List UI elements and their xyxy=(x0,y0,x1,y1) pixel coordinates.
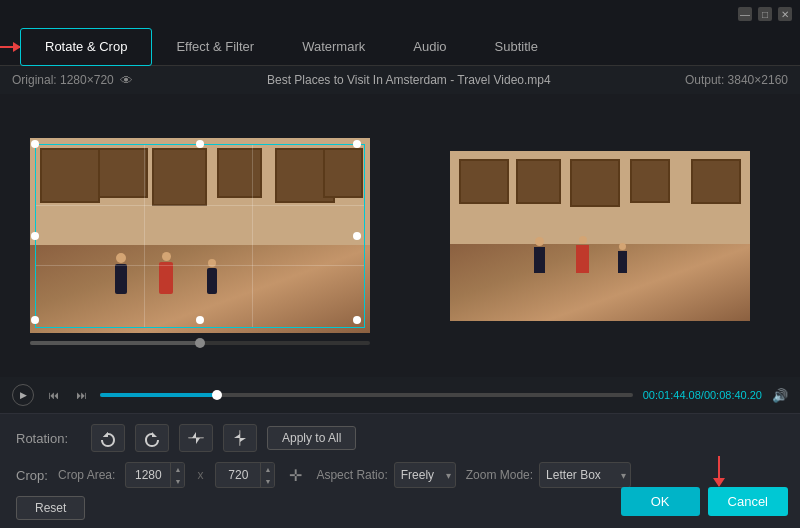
painting-2 xyxy=(98,148,148,198)
rotate-right-icon xyxy=(143,429,161,447)
right-painting-3 xyxy=(570,159,620,207)
crop-area-label: Crop Area: xyxy=(58,468,115,482)
prev-frame-button[interactable]: ⏮ xyxy=(44,386,62,404)
right-painting-1 xyxy=(459,159,509,204)
ok-button[interactable]: OK xyxy=(621,487,700,516)
rotation-label: Rotation: xyxy=(16,431,81,446)
tab-arrow-indicator xyxy=(0,46,20,48)
rotation-row: Rotation: xyxy=(16,424,784,452)
video-slider-fill xyxy=(30,341,200,345)
crop-width-up[interactable]: ▲ xyxy=(171,463,184,475)
right-video-panel xyxy=(400,94,800,377)
person-2 xyxy=(159,252,173,294)
crop-width-arrows: ▲ ▼ xyxy=(170,463,184,487)
aspect-ratio-group: Aspect Ratio: Freely 16:9 4:3 1:1 9:16 xyxy=(316,462,455,488)
play-button[interactable]: ▶ xyxy=(12,384,34,406)
aspect-ratio-label: Aspect Ratio: xyxy=(316,468,387,482)
title-bar: — □ ✕ xyxy=(0,0,800,28)
filename: Best Places to Visit In Amsterdam - Trav… xyxy=(133,73,685,87)
right-painting-4 xyxy=(630,159,670,203)
flip-h-icon xyxy=(187,431,205,445)
left-video-frame xyxy=(30,138,370,333)
move-icon: ✛ xyxy=(289,466,302,485)
crop-height-input-group: ▲ ▼ xyxy=(215,462,275,488)
apply-to-all-button[interactable]: Apply to All xyxy=(267,426,356,450)
right-person-3 xyxy=(618,243,627,273)
left-video-wrapper xyxy=(30,138,370,333)
next-frame-button[interactable]: ⏭ xyxy=(72,386,90,404)
timeline-handle[interactable] xyxy=(212,390,222,400)
painting-1 xyxy=(40,148,100,203)
ok-arrow-indicator xyxy=(718,456,720,486)
right-video-frame xyxy=(450,151,750,321)
main-content: Original: 1280×720 👁 Best Places to Visi… xyxy=(0,66,800,528)
crop-height-down[interactable]: ▼ xyxy=(261,475,274,487)
right-painting-5 xyxy=(691,159,741,204)
video-slider-handle[interactable] xyxy=(195,338,205,348)
tab-rotate-crop[interactable]: Rotate & Crop xyxy=(20,28,152,66)
timeline-bar[interactable] xyxy=(100,393,633,397)
close-button[interactable]: ✕ xyxy=(778,7,792,21)
video-info-row: Original: 1280×720 👁 Best Places to Visi… xyxy=(0,66,800,94)
preview-area xyxy=(0,94,800,377)
painting-3 xyxy=(152,148,207,206)
cancel-button[interactable]: Cancel xyxy=(708,487,788,516)
right-person-2 xyxy=(576,236,589,273)
rotate-right-button[interactable] xyxy=(135,424,169,452)
left-video-panel xyxy=(0,94,400,377)
tabs-bar: Rotate & Crop Effect & Filter Watermark … xyxy=(0,28,800,66)
original-resolution: Original: 1280×720 xyxy=(12,73,114,87)
crop-width-down[interactable]: ▼ xyxy=(171,475,184,487)
volume-icon[interactable]: 🔊 xyxy=(772,388,788,403)
tab-subtitle[interactable]: Subtitle xyxy=(471,28,562,66)
time-display: 00:01:44.08/00:08:40.20 xyxy=(643,389,762,401)
rotate-left-icon xyxy=(99,429,117,447)
flip-horizontal-button[interactable] xyxy=(179,424,213,452)
svg-marker-1 xyxy=(192,432,196,438)
reset-button[interactable]: Reset xyxy=(16,496,85,520)
zoom-mode-label: Zoom Mode: xyxy=(466,468,533,482)
right-painting-2 xyxy=(516,159,561,204)
svg-marker-2 xyxy=(196,438,200,444)
right-person-1 xyxy=(534,237,545,273)
action-buttons: OK Cancel xyxy=(621,487,788,516)
flip-vertical-button[interactable] xyxy=(223,424,257,452)
crop-height-up[interactable]: ▲ xyxy=(261,463,274,475)
person-1 xyxy=(115,253,127,294)
timeline-progress xyxy=(100,393,217,397)
crop-width-input-group: ▲ ▼ xyxy=(125,462,185,488)
crop-row: Crop: Crop Area: ▲ ▼ x ▲ ▼ ✛ Aspect Rati… xyxy=(16,462,784,488)
minimize-button[interactable]: — xyxy=(738,7,752,21)
crop-height-input[interactable] xyxy=(216,463,260,487)
person-3 xyxy=(207,259,217,294)
tab-audio[interactable]: Audio xyxy=(389,28,470,66)
eye-icon[interactable]: 👁 xyxy=(120,73,133,88)
aspect-ratio-select[interactable]: Freely 16:9 4:3 1:1 9:16 xyxy=(394,462,456,488)
output-resolution: Output: 3840×2160 xyxy=(685,73,788,87)
gallery-floor xyxy=(30,245,370,333)
zoom-mode-select[interactable]: Letter Box Pan & Scan Full xyxy=(539,462,631,488)
zoom-mode-group: Zoom Mode: Letter Box Pan & Scan Full xyxy=(466,462,631,488)
svg-marker-4 xyxy=(234,434,240,438)
video-slider-track xyxy=(30,341,370,345)
flip-v-icon xyxy=(233,429,247,447)
painting-6 xyxy=(323,148,363,198)
aspect-ratio-select-wrapper: Freely 16:9 4:3 1:1 9:16 xyxy=(394,462,456,488)
zoom-mode-select-wrapper: Letter Box Pan & Scan Full xyxy=(539,462,631,488)
crop-height-arrows: ▲ ▼ xyxy=(260,463,274,487)
tab-watermark[interactable]: Watermark xyxy=(278,28,389,66)
painting-4 xyxy=(217,148,262,198)
rotate-left-button[interactable] xyxy=(91,424,125,452)
crop-width-input[interactable] xyxy=(126,463,170,487)
svg-marker-5 xyxy=(240,438,246,442)
right-gallery-floor xyxy=(450,244,750,321)
maximize-button[interactable]: □ xyxy=(758,7,772,21)
tab-effect-filter[interactable]: Effect & Filter xyxy=(152,28,278,66)
crop-x-separator: x xyxy=(195,468,205,482)
timeline-row: ▶ ⏮ ⏭ 00:01:44.08/00:08:40.20 🔊 xyxy=(0,377,800,413)
crop-label: Crop: xyxy=(16,468,48,483)
